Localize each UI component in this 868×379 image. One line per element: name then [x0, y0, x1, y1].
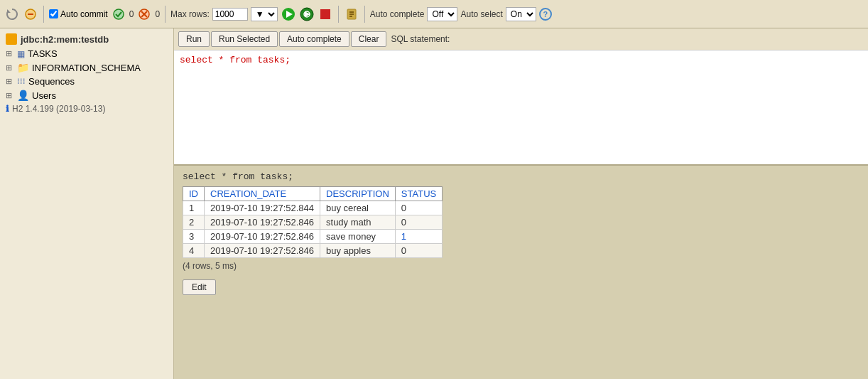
script-icon[interactable] — [344, 6, 359, 22]
results-table: ID CREATION_DATE DESCRIPTION STATUS 1201… — [183, 186, 443, 258]
folder-icon: 📁 — [17, 62, 29, 73]
auto-complete-button[interactable]: Auto complete — [279, 31, 349, 47]
svg-marker-0 — [7, 9, 11, 13]
db-name: jdbc:h2:mem:testdb — [21, 34, 109, 45]
sidebar: jdbc:h2:mem:testdb ⊞ ▦ TASKS ⊞ 📁 INFORMA… — [0, 28, 174, 379]
expand-tasks-icon[interactable]: ⊞ — [6, 49, 14, 58]
main-layout: jdbc:h2:mem:testdb ⊞ ▦ TASKS ⊞ 📁 INFORMA… — [0, 28, 868, 379]
editor-toolbar: Run Run Selected Auto complete Clear SQL… — [174, 28, 868, 50]
max-rows-select[interactable]: ▼ — [251, 7, 278, 21]
help-icon[interactable]: ? — [539, 8, 552, 21]
expand-info-icon[interactable]: ⊞ — [6, 63, 14, 73]
clear-button[interactable]: Clear — [351, 31, 387, 47]
auto-commit-label[interactable]: Auto commit — [49, 9, 108, 19]
results-panel: select * from tasks; ID CREATION_DATE DE… — [174, 166, 868, 379]
auto-complete-label: Auto complete — [370, 9, 425, 19]
separator-2 — [165, 6, 166, 23]
disconnect-icon[interactable] — [23, 6, 38, 22]
auto-commit-checkbox[interactable] — [49, 9, 58, 18]
expand-seq-icon[interactable]: ⊞ — [6, 77, 14, 86]
cell-status: 0 — [395, 201, 442, 215]
svg-point-3 — [114, 9, 124, 19]
cell-description: save money — [320, 230, 396, 244]
cell-creation_date: 2019-07-10 19:27:52.844 — [205, 201, 320, 215]
tasks-label: TASKS — [28, 48, 58, 59]
expand-users-icon[interactable]: ⊞ — [6, 91, 14, 100]
run-button[interactable]: Run — [178, 31, 210, 47]
version-text: H2 1.4.199 (2019-03-13) — [12, 104, 105, 114]
col-header-creation-date: CREATION_DATE — [205, 187, 320, 201]
cell-id: 2 — [183, 215, 205, 230]
db-icon — [6, 33, 17, 45]
separator-4 — [364, 6, 365, 23]
separator-1 — [43, 6, 44, 23]
col-header-description: DESCRIPTION — [320, 187, 396, 201]
table-row: 42019-07-10 19:27:52.846buy apples0 — [183, 244, 443, 258]
max-rows-input[interactable] — [212, 8, 248, 21]
users-label: Users — [32, 90, 56, 101]
sequences-label: Sequences — [28, 76, 75, 87]
cell-creation_date: 2019-07-10 19:27:52.846 — [205, 215, 320, 230]
table-row: 12019-07-10 19:27:52.844buy cereal0 — [183, 201, 443, 215]
main-toolbar: Auto commit 0 0 Max rows: ▼ Auto complet… — [0, 0, 868, 28]
sql-editor-panel: Run Run Selected Auto complete Clear SQL… — [174, 28, 868, 166]
info-icon: ℹ — [6, 104, 9, 114]
table-row: 32019-07-10 19:27:52.846save money1 — [183, 230, 443, 244]
auto-complete-select[interactable]: Off On — [427, 7, 457, 21]
db-connection[interactable]: jdbc:h2:mem:testdb — [0, 31, 173, 47]
edit-button[interactable]: Edit — [183, 279, 216, 295]
content-area: Run Run Selected Auto complete Clear SQL… — [174, 28, 868, 379]
cell-description: buy apples — [320, 244, 396, 258]
sidebar-item-information-schema[interactable]: ⊞ 📁 INFORMATION_SCHEMA — [0, 60, 173, 75]
auto-select-select[interactable]: Off On — [506, 7, 536, 21]
cell-creation_date: 2019-07-10 19:27:52.846 — [205, 230, 320, 244]
stop-icon[interactable] — [318, 6, 333, 22]
cell-description: buy cereal — [320, 201, 396, 215]
sql-textarea[interactable] — [174, 50, 868, 164]
refresh-icon[interactable] — [4, 6, 20, 22]
rollback-icon[interactable] — [136, 6, 152, 22]
cell-status: 0 — [395, 215, 442, 230]
results-summary: (4 rows, 5 ms) — [183, 261, 859, 271]
info-schema-label: INFORMATION_SCHEMA — [32, 63, 141, 73]
table-icon: ▦ — [17, 49, 25, 59]
cell-description: study math — [320, 215, 396, 230]
svg-rect-12 — [320, 9, 330, 19]
sidebar-version: ℹ H2 1.4.199 (2019-03-13) — [0, 102, 173, 115]
col-header-status: STATUS — [395, 187, 442, 201]
run-icon[interactable] — [281, 6, 296, 22]
commit-count: 0 — [129, 9, 134, 19]
max-rows-label: Max rows: — [170, 9, 210, 19]
commit-icon[interactable] — [111, 6, 126, 22]
col-header-id: ID — [183, 187, 205, 201]
sql-stmt-label: SQL statement: — [391, 34, 450, 44]
separator-3 — [338, 6, 339, 23]
sidebar-item-sequences[interactable]: ⊞ ⁞⁞⁞ Sequences — [0, 75, 173, 88]
table-row: 22019-07-10 19:27:52.846study math0 — [183, 215, 443, 230]
sequences-icon: ⁞⁞⁞ — [17, 77, 26, 86]
run-selected-icon[interactable] — [299, 6, 315, 22]
cell-status: 1 — [395, 230, 442, 244]
sidebar-item-tasks[interactable]: ⊞ ▦ TASKS — [0, 47, 173, 60]
results-query-text: select * from tasks; — [183, 171, 859, 182]
cell-creation_date: 2019-07-10 19:27:52.846 — [205, 244, 320, 258]
users-icon: 👤 — [17, 90, 29, 101]
auto-select-label: Auto select — [460, 9, 502, 19]
cell-id: 3 — [183, 230, 205, 244]
sidebar-item-users[interactable]: ⊞ 👤 Users — [0, 88, 173, 102]
cell-id: 4 — [183, 244, 205, 258]
run-selected-button[interactable]: Run Selected — [211, 31, 278, 47]
cell-status: 0 — [395, 244, 442, 258]
rollback-count: 0 — [155, 9, 160, 19]
cell-id: 1 — [183, 201, 205, 215]
